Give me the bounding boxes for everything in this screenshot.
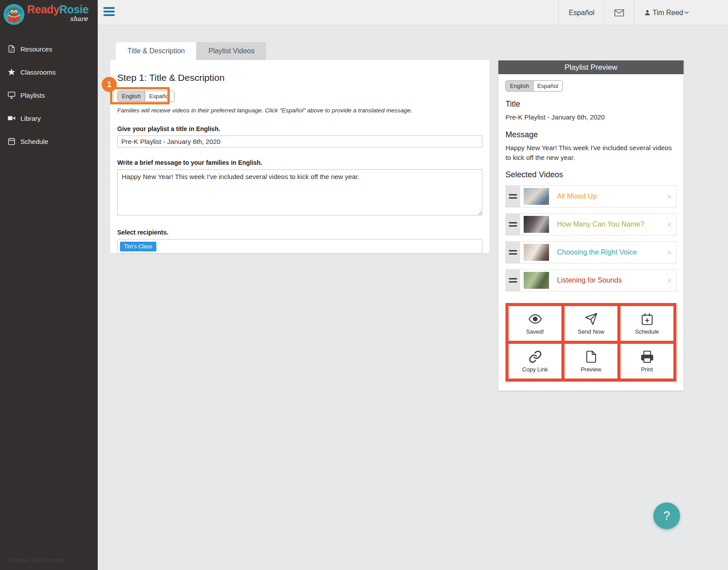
video-list-item: Listening for Sounds ×	[505, 269, 676, 291]
tab-label: Playlist Videos	[208, 47, 255, 55]
sidebar-item-label: Library	[20, 115, 41, 122]
message-label: Write a brief message to your families i…	[117, 159, 482, 166]
header-language-label: Español	[569, 9, 594, 17]
video-thumbnail[interactable]	[524, 216, 549, 233]
form-language-toggle: English Español	[117, 91, 175, 102]
sidebar-item-label: Schedule	[20, 138, 48, 145]
drag-handle-icon[interactable]	[506, 214, 520, 235]
preview-language-english-button[interactable]: English	[506, 81, 533, 91]
playlist-preview-title: Playlist Preview	[498, 60, 684, 74]
title-description-panel: Step 1: Title & Description English Espa…	[110, 60, 489, 253]
video-list-item: All Mixed Up ×	[505, 185, 676, 207]
step-title: Step 1: Title & Description	[117, 72, 482, 83]
sidebar-footer-text: Tutorial Dashboard	[8, 556, 64, 564]
video-thumbnail[interactable]	[524, 244, 549, 261]
sidebar-item-label: Playlists	[20, 92, 45, 99]
preview-language-spanish-button[interactable]: Español	[533, 81, 562, 91]
preview-button[interactable]: Preview	[565, 344, 617, 379]
sidebar: ReadyRosie share Resources Classrooms Pl…	[0, 0, 98, 570]
print-button[interactable]: Print	[621, 344, 673, 379]
remove-video-icon[interactable]: ×	[667, 277, 672, 284]
tab-playlist-videos[interactable]: Playlist Videos	[196, 42, 266, 60]
tab-label: Title & Description	[127, 47, 185, 55]
logo-ready: Ready	[27, 3, 60, 16]
video-title-link[interactable]: All Mixed Up	[557, 192, 597, 200]
printer-icon	[640, 350, 654, 363]
preview-message-heading: Message	[505, 130, 676, 140]
recipients-input[interactable]: Tim's Class	[117, 239, 482, 254]
video-title-link[interactable]: Listening for Sounds	[557, 276, 622, 284]
sidebar-item-classrooms[interactable]: Classrooms	[0, 60, 98, 84]
user-name: Tim Reed	[652, 9, 683, 17]
star-icon	[8, 68, 16, 76]
video-list-item: Choosing the Right Voice ×	[505, 241, 676, 263]
drag-handle-icon[interactable]	[506, 186, 520, 207]
playlist-title-input[interactable]	[117, 136, 482, 147]
help-button[interactable]: ?	[653, 502, 680, 529]
file-icon	[8, 45, 16, 53]
calendar-icon	[8, 137, 16, 145]
remove-video-icon[interactable]: ×	[667, 193, 672, 200]
eye-icon	[529, 312, 542, 326]
drag-handle-icon[interactable]	[506, 242, 520, 263]
form-language-spanish-button[interactable]: Español	[145, 91, 174, 101]
video-thumbnail[interactable]	[524, 272, 549, 289]
sidebar-item-resources[interactable]: Resources	[0, 37, 98, 60]
envelope-icon	[614, 9, 624, 16]
action-label: Print	[641, 366, 653, 373]
copy-link-button[interactable]: Copy Link	[509, 344, 561, 379]
action-label: Schedule	[635, 328, 659, 335]
calendar-plus-icon	[640, 312, 654, 326]
drag-handle-icon[interactable]	[506, 270, 520, 291]
tab-title-description[interactable]: Title & Description	[116, 42, 196, 60]
hamburger-menu-icon[interactable]	[103, 7, 115, 18]
chevron-down-icon	[684, 11, 689, 14]
video-list-item: How Many Can You Name? ×	[505, 213, 676, 235]
preview-title-heading: Title	[505, 100, 676, 109]
saved-button[interactable]: Saved!	[509, 306, 561, 341]
schedule-button[interactable]: Schedule	[621, 306, 673, 341]
readyrosie-logo-text: ReadyRosie share	[27, 4, 88, 22]
sidebar-item-schedule[interactable]: Schedule	[0, 130, 98, 153]
header-language-link[interactable]: Español	[558, 0, 604, 25]
sidebar-item-label: Resources	[20, 45, 52, 53]
readyrosie-logo[interactable]: ReadyRosie share	[0, 0, 98, 25]
video-thumbnail[interactable]	[524, 188, 549, 205]
document-icon	[585, 350, 598, 363]
preview-language-toggle: English Español	[505, 80, 563, 92]
sidebar-item-label: Classrooms	[20, 68, 56, 76]
sidebar-item-playlists[interactable]: Playlists	[0, 84, 98, 107]
form-language-english-button[interactable]: English	[118, 91, 145, 101]
header-messages-button[interactable]	[604, 0, 634, 25]
remove-video-icon[interactable]: ×	[667, 249, 672, 256]
video-title-link[interactable]: How Many Can You Name?	[557, 220, 644, 228]
preview-title-value: Pre-K Playlist - January 6th, 2020	[505, 112, 676, 122]
link-icon	[529, 350, 542, 363]
video-camera-icon	[8, 114, 16, 122]
logo-share: share	[27, 16, 88, 22]
send-now-button[interactable]: Send Now	[565, 306, 617, 341]
readyrosie-logo-icon	[4, 4, 24, 25]
top-header: Español Tim Reed	[98, 0, 728, 25]
selected-videos-heading: Selected Videos	[505, 170, 676, 179]
playlist-preview-panel: Playlist Preview English Español Title P…	[498, 60, 684, 391]
paper-plane-icon	[585, 312, 598, 326]
recipients-label: Select recipients.	[117, 229, 482, 236]
monitor-icon	[8, 91, 16, 99]
recipient-tag[interactable]: Tim's Class	[120, 242, 156, 251]
action-label: Send Now	[578, 328, 605, 335]
logo-rosie: Rosie	[60, 3, 89, 16]
content-tabs: Title & Description Playlist Videos	[116, 42, 266, 60]
sidebar-nav: Resources Classrooms Playlists Library S…	[0, 37, 98, 153]
person-icon	[644, 9, 651, 16]
language-note: Families will receive videos in their pr…	[117, 107, 482, 114]
preview-message-value: Happy New Year! This week I've included …	[505, 143, 676, 163]
video-title-link[interactable]: Choosing the Right Voice	[557, 248, 637, 256]
header-user-menu[interactable]: Tim Reed	[634, 0, 728, 25]
message-textarea[interactable]: Happy New Year! This week I've included …	[117, 169, 482, 215]
playlist-title-label: Give your playlist a title in English.	[117, 125, 482, 132]
remove-video-icon[interactable]: ×	[667, 221, 672, 228]
playlist-actions-grid: Saved! Send Now Schedule Copy Link Previ…	[505, 303, 676, 382]
sidebar-item-library[interactable]: Library	[0, 107, 98, 130]
action-label: Copy Link	[522, 366, 548, 373]
